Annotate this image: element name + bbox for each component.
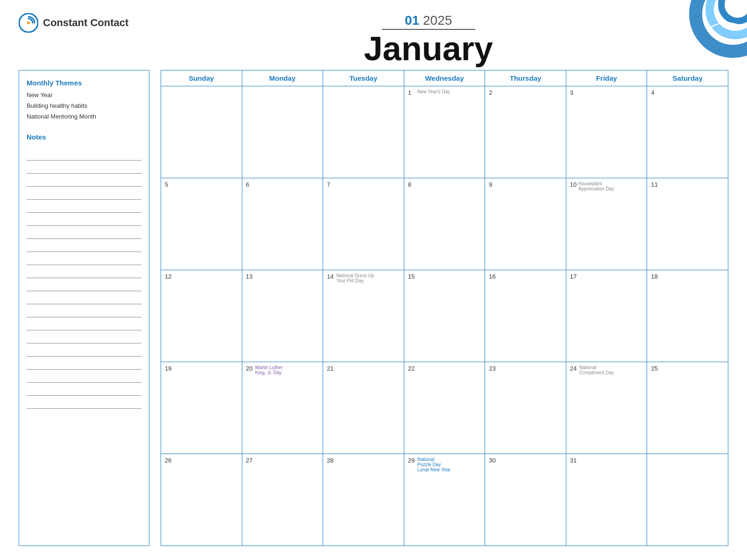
calendar-area: Sunday Monday Tuesday Wednesday Thursday… [161, 70, 728, 546]
notes-line[interactable] [27, 278, 141, 291]
cell-w1-fri: 3 [566, 86, 648, 178]
cell-w3-sat: 18 [647, 270, 728, 362]
notes-line[interactable] [27, 265, 141, 278]
cell-w1-thu: 2 [485, 86, 566, 178]
logo-area: Constant Contact [19, 13, 128, 33]
cell-w5-sun: 26 [161, 454, 242, 546]
main-layout: Monthly Themes New Year Building healthy… [0, 65, 747, 551]
svg-point-4 [721, 0, 747, 21]
day-header-monday: Monday [242, 70, 324, 86]
decorative-circles [663, 0, 747, 75]
notes-title: Notes [27, 133, 141, 141]
cell-w5-tue: 28 [323, 454, 404, 546]
logo-icon [19, 13, 38, 33]
cell-w1-sat: 4 [647, 86, 728, 178]
month-number: 01 [405, 13, 419, 28]
notes-line[interactable] [27, 200, 141, 213]
notes-line[interactable] [27, 147, 141, 161]
cell-w3-wed: 15 [404, 270, 486, 362]
cell-w4-sun: 19 [161, 362, 242, 454]
day-header-friday: Friday [566, 70, 648, 86]
cell-w2-sat: 11 [647, 178, 728, 270]
notes-line[interactable] [27, 226, 141, 239]
cell-w4-tue: 21 [323, 362, 404, 454]
month-number-year: 01 2025 [128, 13, 728, 28]
notes-line[interactable] [27, 357, 141, 370]
notes-line[interactable] [27, 304, 141, 317]
cell-w5-mon: 27 [242, 454, 324, 546]
notes-line[interactable] [27, 330, 141, 343]
notes-line[interactable] [27, 174, 141, 187]
page-header: Constant Contact 01 2025 January [0, 0, 747, 65]
notes-line[interactable] [27, 291, 141, 304]
notes-line[interactable] [27, 161, 141, 174]
day-header-wednesday: Wednesday [404, 70, 486, 86]
notes-line[interactable] [27, 187, 141, 200]
cell-w5-sat [647, 454, 728, 546]
cell-w4-sat: 25 [647, 362, 728, 454]
cell-w2-mon: 6 [242, 178, 324, 270]
cell-w2-sun: 5 [161, 178, 242, 270]
notes-line[interactable] [27, 252, 141, 265]
cell-w1-wed: 1 New Year's Day [404, 86, 486, 178]
cell-w2-wed: 8 [404, 178, 486, 270]
cell-w1-mon [242, 86, 324, 178]
cell-w1-tue [323, 86, 404, 178]
cell-w4-mon: 20 Martin LutherKing, Jr. Day [242, 362, 324, 454]
year-label: 2025 [423, 13, 452, 28]
month-header: 01 2025 January [128, 13, 728, 65]
cell-w2-thu: 9 [485, 178, 566, 270]
cell-w5-fri: 31 [566, 454, 648, 546]
notes-line[interactable] [27, 370, 141, 383]
notes-line[interactable] [27, 213, 141, 226]
cell-w3-thu: 16 [485, 270, 566, 362]
svg-point-1 [27, 21, 30, 24]
cell-w5-thu: 30 [485, 454, 566, 546]
sidebar: Monthly Themes New Year Building healthy… [19, 70, 149, 546]
cell-w1-sun [161, 86, 242, 178]
notes-line[interactable] [27, 343, 141, 357]
cell-w3-mon: 13 [242, 270, 324, 362]
cell-w3-tue: 14 National Dress UpYour Pet Day [323, 270, 404, 362]
month-name: January [128, 32, 728, 65]
day-header-thursday: Thursday [485, 70, 566, 86]
themes-title: Monthly Themes [27, 79, 141, 87]
cell-w4-thu: 23 [485, 362, 566, 454]
theme-item-2: Building healthy habits [27, 102, 141, 109]
cell-w3-sun: 12 [161, 270, 242, 362]
cell-w3-fri: 17 [566, 270, 648, 362]
cell-w5-wed: 29 NationalPuzzle Day Lunar New Year [404, 454, 486, 546]
cell-w4-wed: 22 [404, 362, 486, 454]
notes-line[interactable] [27, 317, 141, 330]
notes-lines [27, 147, 141, 537]
notes-line[interactable] [27, 396, 141, 409]
day-header-sunday: Sunday [161, 70, 242, 86]
calendar-grid: Sunday Monday Tuesday Wednesday Thursday… [161, 70, 728, 546]
notes-line[interactable] [27, 383, 141, 396]
theme-item-1: New Year [27, 91, 141, 98]
cell-w2-fri: 10 HouseplantAppreciation Day [566, 178, 648, 270]
cell-w2-tue: 7 [323, 178, 404, 270]
theme-item-3: National Mentoring Month [27, 113, 141, 120]
notes-line[interactable] [27, 239, 141, 252]
cell-w4-fri: 24 NationalCompliment Day [566, 362, 648, 454]
logo-text: Constant Contact [43, 17, 128, 29]
day-header-tuesday: Tuesday [323, 70, 404, 86]
